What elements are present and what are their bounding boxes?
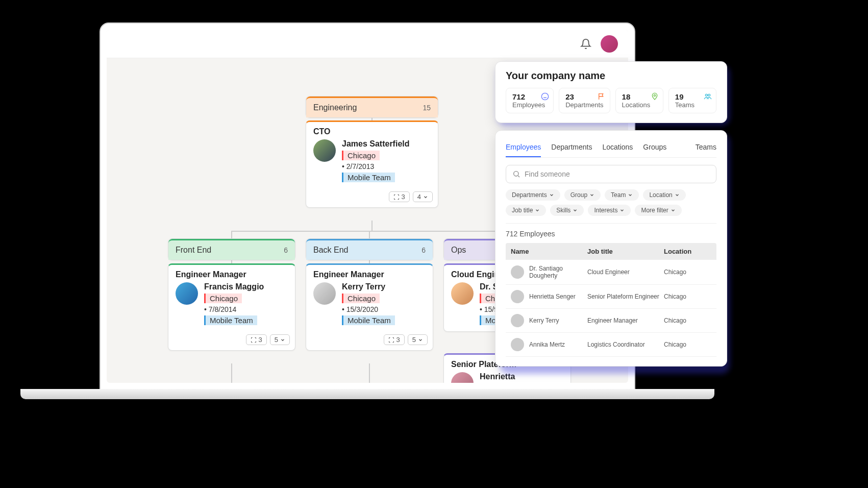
pin-icon	[651, 92, 659, 101]
start-date: • 15/3/2020	[342, 305, 395, 313]
focus-button[interactable]: 3	[389, 191, 410, 202]
location-tag: Chicago	[342, 151, 380, 160]
col-location: Location	[664, 248, 711, 255]
laptop-base	[20, 389, 714, 399]
filter-group[interactable]: Group	[564, 189, 601, 201]
company-stats-panel: Your company name 712 Employees 23 Depar…	[495, 61, 727, 123]
table-row[interactable]: Henrietta Senger Senior Plateform Engine…	[506, 285, 716, 309]
col-jobtitle: Job title	[587, 248, 664, 255]
table-row[interactable]: Annika Mertz Logistics Coordinator Chica…	[506, 333, 716, 357]
svg-point-4	[514, 172, 518, 176]
role-label: Engineer Manager	[306, 265, 433, 282]
stat-departments[interactable]: 23 Departments	[559, 88, 610, 113]
expand-button[interactable]: 5	[270, 334, 290, 345]
expand-button[interactable]: 4	[413, 191, 433, 202]
connector	[231, 231, 513, 232]
filter-skills[interactable]: Skills	[550, 205, 584, 216]
directory-panel: Employees Departments Locations Groups T…	[495, 130, 727, 367]
row-avatar	[511, 314, 524, 327]
dept-name: Back End	[313, 246, 348, 255]
stat-locations[interactable]: 18 Locations	[615, 88, 663, 113]
row-avatar	[511, 338, 524, 351]
connector	[369, 231, 370, 238]
role-label: CTO	[306, 122, 438, 139]
focus-button[interactable]: 3	[246, 334, 267, 345]
dept-backend[interactable]: Back End 6	[306, 238, 433, 260]
connector	[231, 231, 232, 238]
backend-manager-card[interactable]: Engineer Manager Kerry Terry Chicago • 1…	[306, 263, 433, 351]
connector	[369, 363, 370, 383]
person-avatar	[451, 282, 474, 305]
svg-point-3	[708, 94, 710, 96]
result-count: 712 Employees	[506, 223, 716, 238]
smile-icon	[541, 92, 549, 101]
filter-interests[interactable]: Interests	[588, 205, 631, 216]
start-date: • 2/7/2013	[342, 162, 410, 170]
location-tag: Chicago	[204, 294, 242, 303]
stat-teams[interactable]: 19 Teams	[668, 88, 716, 113]
person-name: Francis Maggio	[204, 282, 264, 291]
expand-button[interactable]: 5	[408, 334, 428, 345]
dept-count: 15	[423, 104, 431, 112]
filter-chips: Departments Group Team Location Job titl…	[506, 189, 716, 216]
team-tag: Mobile Team	[204, 315, 257, 325]
role-label: Engineer Manager	[168, 265, 295, 282]
svg-point-2	[705, 94, 707, 96]
table-row[interactable]: Dr. Santiago Dougherty Cloud Engineer Ch…	[506, 260, 716, 285]
filter-more[interactable]: More filter	[635, 205, 681, 216]
dept-name: Ops	[451, 246, 466, 255]
filter-jobtitle[interactable]: Job title	[506, 205, 546, 216]
location-tag: Chicago	[342, 294, 380, 303]
filter-team[interactable]: Team	[605, 189, 639, 201]
dept-count: 6	[421, 246, 426, 254]
dept-name: Engineering	[313, 103, 357, 112]
search-input[interactable]: Find someone	[506, 165, 716, 183]
filter-departments[interactable]: Departments	[506, 189, 560, 201]
svg-point-1	[654, 94, 655, 96]
row-avatar	[511, 290, 524, 303]
dept-engineering[interactable]: Engineering 15	[306, 96, 438, 118]
tab-teams[interactable]: Teams	[696, 140, 716, 157]
row-avatar	[511, 265, 524, 279]
connector	[231, 363, 232, 383]
dept-frontend[interactable]: Front End 6	[168, 238, 295, 260]
notification-bell-icon[interactable]	[580, 38, 591, 50]
tab-departments[interactable]: Departments	[551, 140, 592, 157]
svg-point-0	[542, 93, 549, 100]
focus-button[interactable]: 3	[384, 334, 405, 345]
start-date: • 7/8/2014	[204, 305, 264, 313]
tab-locations[interactable]: Locations	[602, 140, 633, 157]
person-name: James Satterfield	[342, 139, 410, 149]
team-tag: Mobile Team	[342, 173, 395, 182]
cto-card[interactable]: CTO James Satterfield Chicago • 2/7/2013…	[306, 120, 438, 208]
team-tag: Mobile Team	[342, 315, 395, 325]
flag-icon	[598, 92, 606, 101]
dept-name: Front End	[176, 246, 211, 255]
users-icon	[704, 92, 712, 101]
dept-count: 6	[284, 246, 288, 254]
company-name: Your company name	[506, 70, 716, 82]
filter-location[interactable]: Location	[643, 189, 685, 201]
person-avatar	[313, 139, 336, 162]
table-header: Name Job title Location	[506, 243, 716, 260]
col-name: Name	[511, 248, 587, 255]
directory-tabs: Employees Departments Locations Groups T…	[506, 140, 716, 158]
frontend-manager-card[interactable]: Engineer Manager Francis Maggio Chicago …	[168, 263, 295, 351]
search-placeholder: Find someone	[525, 170, 570, 178]
table-row[interactable]: Kerry Terry Engineer Manager Chicago	[506, 309, 716, 333]
tab-employees[interactable]: Employees	[506, 140, 541, 157]
tab-groups[interactable]: Groups	[643, 140, 666, 157]
stat-employees[interactable]: 712 Employees	[506, 88, 554, 113]
user-avatar[interactable]	[601, 35, 618, 53]
top-bar	[107, 30, 628, 58]
person-avatar	[313, 282, 336, 305]
connector	[371, 221, 373, 231]
person-name: Kerry Terry	[342, 282, 395, 291]
person-avatar	[451, 372, 474, 383]
search-icon	[512, 170, 520, 178]
person-avatar	[176, 282, 198, 305]
